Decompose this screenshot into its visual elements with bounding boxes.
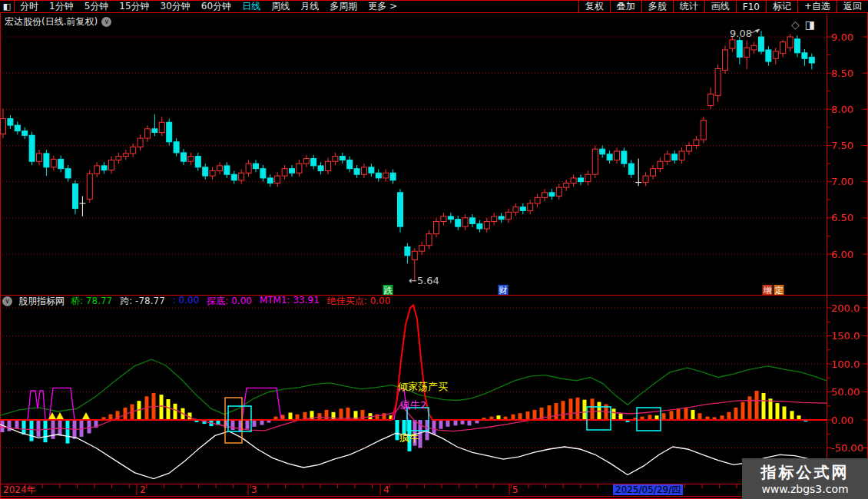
candle-body [744,48,750,57]
indicator-chevron-icon[interactable]: ∨ [2,296,12,306]
toolbar-button[interactable]: 统计 [673,0,704,13]
hist-bar [670,411,674,420]
period-tab[interactable]: 30分钟 [155,0,196,13]
candle-body [101,166,107,170]
date-axis-label: 5 [512,485,518,495]
period-tab[interactable]: 月线 [295,0,324,13]
buy-triangle-marker [82,412,90,419]
candle-body [787,37,793,48]
hist-bar [569,398,573,420]
candle-body [780,42,786,54]
candle-body [22,131,28,136]
toolbar-button[interactable]: 叠加 [610,0,641,13]
indicator-signal-label: 疯牛 [399,432,419,444]
candle-body [303,159,309,164]
period-tab[interactable]: 分时 [15,0,44,13]
candle-body [224,166,230,174]
watermark: 指标公式网 www.zbgs3.com [742,458,868,499]
toolbar-button[interactable]: 多股 [641,0,673,13]
candle-body [615,151,620,160]
candle-body [297,164,302,173]
toolbar-button[interactable]: 画线 [704,0,736,13]
hist-bar [769,398,773,420]
toolbar-button[interactable]: 标记 [766,0,797,13]
hist-bar [30,420,34,441]
hist-bar [174,404,177,420]
date-axis-label: 4 [383,485,389,495]
watermark-site-name: 指标公式网 [761,462,850,483]
candle-body [267,178,273,183]
period-tab[interactable]: 周线 [266,0,295,13]
hist-bar [88,420,91,434]
candle-body [628,164,634,174]
indicator-value: : 0.00 [173,295,200,308]
hist-bar [562,401,565,420]
magenta-step-line [28,391,45,420]
candle-body [94,166,100,173]
chevron-down-icon[interactable]: ∨ [101,17,111,27]
candle-body [195,157,200,167]
hist-bar [790,411,794,420]
toolbar-button[interactable]: F10 [736,2,766,12]
hist-bar [677,408,681,420]
candle-body [802,53,807,59]
candle-body [15,125,20,131]
candle-body [643,176,648,183]
ind-axis-label: 0.00 [831,415,853,426]
period-tab[interactable]: 多周期 [324,0,363,13]
period-tab[interactable]: 1分钟 [44,0,79,13]
toolbar-button[interactable]: 复权 [578,0,610,13]
split-window-icon[interactable]: ◨ [805,18,815,31]
toolbar-button[interactable]: 返回 [837,0,868,13]
hist-bar [296,415,300,420]
hist-bar [748,396,752,420]
candle-body [362,167,367,174]
candle-body [412,251,417,259]
period-tab[interactable]: 日线 [237,0,266,13]
indicator-value: 探底: 0.00 [207,295,252,308]
hist-bar [37,420,41,437]
candle-body [181,153,187,161]
hist-bar [734,408,738,420]
buy-triangle-marker [56,412,64,419]
candle-body [499,216,504,220]
ind-axis-label: 150.0 [831,330,860,342]
diamond-icon[interactable]: ◇ [791,18,800,31]
candle-body [87,173,92,199]
candle-body [715,69,721,96]
high-annotation: 9.08 [730,28,752,39]
candle-body [419,246,425,252]
hist-bar [432,420,436,435]
hist-bar [662,413,666,420]
window-layout-icon[interactable]: ◧ [0,1,15,12]
candle-body [290,169,295,173]
hist-bar [15,420,19,428]
hist-bar [518,413,522,420]
candle-body [246,164,251,173]
period-tab[interactable]: 60分钟 [196,0,237,13]
hist-bar [591,398,595,420]
candle-body [44,154,49,167]
candle-body [390,173,396,180]
candle-body [701,121,706,140]
hist-bar [446,420,450,427]
candle-body [484,222,489,230]
toolbar-button[interactable]: +自选 [797,0,837,13]
period-tab[interactable]: 15分钟 [114,0,154,13]
hist-bar [755,391,759,420]
candle-body [405,247,410,256]
candle-body [426,234,432,246]
candle-body [809,57,814,63]
period-tab[interactable]: 更多 > [363,0,403,13]
hist-bar [619,413,623,420]
hist-bar [253,420,257,427]
candle-body [326,161,331,170]
hist-bar [109,415,113,420]
top-toolbar: ◧ 分时1分钟5分钟15分钟30分钟60分钟日线周线月线多周期更多 > 复权叠加… [0,0,868,13]
hist-bar [533,410,537,420]
event-badge-label: 财 [499,286,508,296]
candle-body [340,157,345,160]
period-tab[interactable]: 5分钟 [79,0,114,13]
price-axis-label: 6.00 [831,249,853,260]
candle-body [137,138,143,147]
